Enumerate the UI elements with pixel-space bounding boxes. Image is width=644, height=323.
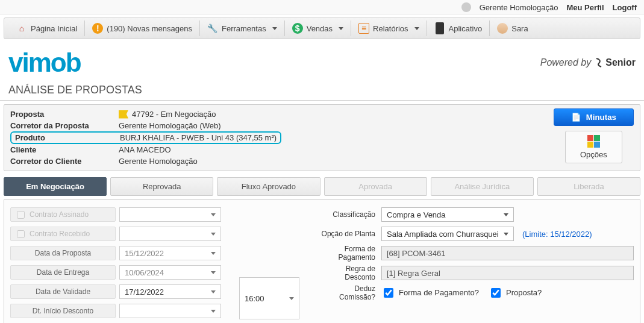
chevron-down-icon xyxy=(414,27,419,30)
minutas-label: Minutas xyxy=(586,113,616,122)
opcao-planta-select[interactable]: Sala Ampliada com Churrasquei xyxy=(381,227,514,241)
chevron-down-icon xyxy=(211,310,216,313)
alert-icon: ! xyxy=(92,23,103,34)
powered-brand: Senior xyxy=(595,57,636,68)
regra-desconto-value: [1] Regra Geral xyxy=(381,266,634,280)
menu-sara-label: Sara xyxy=(511,24,528,33)
logoff-link[interactable]: Logoff xyxy=(613,3,637,12)
page-title: ANÁLISE DE PROPOSTAS xyxy=(0,84,644,101)
menu-reports-label: Relatórios xyxy=(373,24,408,33)
logo: vimob xyxy=(8,48,81,78)
info-row-corretor-cliente: Corretor do Cliente Gerente Homologação xyxy=(10,155,548,167)
chevron-down-icon xyxy=(504,233,508,236)
tab-reprovada[interactable]: Reprovada xyxy=(110,177,213,196)
menu-home[interactable]: ⌂ Página Inicial xyxy=(9,20,85,36)
chk-forma-pagamento[interactable]: Forma de Pagamento? xyxy=(381,286,479,299)
powered-label: Powered by xyxy=(540,57,592,68)
info-left: Proposta 47792 - Em Negociação Corretor … xyxy=(10,108,548,167)
status-tabs: Em Negociação Reprovada Fluxo Aprovado A… xyxy=(4,177,640,196)
row-data-validade: Data de Validade 17/12/2022 xyxy=(10,283,221,300)
phone-icon xyxy=(434,23,445,34)
row-data-proposta: Data da Proposta 15/12/2022 xyxy=(10,245,221,262)
corretor-cliente-label: Corretor do Cliente xyxy=(10,157,119,166)
document-icon: 📄 xyxy=(571,113,581,122)
regra-desconto-label: Regra de Desconto xyxy=(317,265,378,282)
row-data-entrega: Data de Entrega 10/06/2024 xyxy=(10,264,221,281)
tab-liberada: Liberada xyxy=(537,177,640,196)
chevron-down-icon xyxy=(211,213,216,216)
chk-proposta[interactable]: Proposta? xyxy=(489,286,542,299)
powered-by: Powered by Senior xyxy=(540,57,636,68)
opcoes-button[interactable]: Opções xyxy=(565,131,622,163)
contrato-recebido-checkbox xyxy=(17,230,25,238)
data-proposta-label: Data da Proposta xyxy=(10,246,116,260)
data-validade-input[interactable]: 17/12/2022 xyxy=(119,284,221,299)
chevron-down-icon xyxy=(211,233,216,236)
dt-inicio-label: Dt. Início Desconto xyxy=(10,304,116,318)
chk-forma-input[interactable] xyxy=(384,288,393,298)
contrato-assinado-checkbox xyxy=(17,211,25,219)
info-block: Proposta 47792 - Em Negociação Corretor … xyxy=(4,104,640,171)
row-contrato-assinado: Contrato Assinado xyxy=(10,206,221,223)
tab-fluxo[interactable]: Fluxo Aprovado xyxy=(217,177,320,196)
menu-sara[interactable]: Sara xyxy=(490,20,535,36)
menu-app[interactable]: Aplicativo xyxy=(427,20,490,36)
tab-aprovada: Aprovada xyxy=(324,177,427,196)
deduz-label: Deduz Comissão? xyxy=(317,284,378,302)
avatar-icon xyxy=(497,23,508,34)
menu-tools-label: Ferramentas xyxy=(222,24,266,33)
contrato-recebido-label: Contrato Recebido xyxy=(30,230,90,238)
menu-reports[interactable]: ≡ Relatórios xyxy=(351,20,427,36)
forma-pagamento-value: [68] PCOM-3461 xyxy=(381,246,634,260)
produto-label: Produto xyxy=(15,133,120,142)
topbar-user-name: Gerente Homologação xyxy=(480,3,558,12)
info-row-cliente: Cliente ANA MACEDO xyxy=(10,144,548,155)
info-right: 📄 Minutas Opções xyxy=(548,108,634,167)
wrench-icon: 🔧 xyxy=(207,23,218,34)
forma-pagamento-label: Forma de Pagamento xyxy=(317,245,378,262)
dt-inicio-input[interactable] xyxy=(119,304,221,318)
chk-proposta-input[interactable] xyxy=(491,288,501,298)
proposta-value: 47792 - Em Negociação xyxy=(132,110,216,119)
user-icon xyxy=(461,2,471,12)
data-entrega-input[interactable]: 10/06/2024 xyxy=(119,265,221,280)
corretor-proposta-value: Gerente Homologação (Web) xyxy=(119,121,221,130)
opcao-planta-label: Opção de Planta xyxy=(317,230,378,238)
chevron-down-icon xyxy=(504,213,508,216)
flag-icon xyxy=(119,110,128,119)
chevron-down-icon xyxy=(211,290,216,293)
report-icon: ≡ xyxy=(358,23,369,34)
chevron-down-icon xyxy=(289,297,294,300)
cliente-label: Cliente xyxy=(10,145,119,154)
contrato-recebido-date xyxy=(119,227,221,241)
menu-messages[interactable]: ! (190) Novas mensagens xyxy=(85,20,200,36)
row-forma-pagamento: Forma de Pagamento [68] PCOM-3461 xyxy=(317,245,634,262)
topbar: Gerente Homologação Meu Perfil Logoff xyxy=(0,0,644,15)
classificacao-select[interactable]: Compra e Venda xyxy=(381,207,514,222)
row-contrato-recebido: Contrato Recebido xyxy=(10,225,221,242)
tab-negociacao[interactable]: Em Negociação xyxy=(4,177,107,196)
dollar-icon: $ xyxy=(292,23,303,34)
row-opcao-planta: Opção de Planta Sala Ampliada com Churra… xyxy=(317,225,634,242)
data-proposta-input[interactable]: 15/12/2022 xyxy=(119,246,221,260)
senior-logo-icon xyxy=(595,57,603,68)
profile-link[interactable]: Meu Perfil xyxy=(566,3,604,12)
menu-tools[interactable]: 🔧 Ferramentas xyxy=(200,20,285,36)
menu-sales[interactable]: $ Vendas xyxy=(285,20,351,36)
tab-juridica: Análise Jurídica xyxy=(431,177,534,196)
contrato-assinado-date xyxy=(119,207,221,222)
chevron-down-icon xyxy=(211,252,216,255)
form-panel: Contrato Assinado Contrato Recebido Data… xyxy=(4,199,640,323)
minutas-button[interactable]: 📄 Minutas xyxy=(554,108,634,126)
info-row-produto: Produto BURJ KHALIFA - PWEB - Uni 43 (34… xyxy=(10,131,281,144)
cliente-value: ANA MACEDO xyxy=(119,145,171,154)
limite-link[interactable]: (Limite: 15/12/2022) xyxy=(522,230,592,239)
row-regra-desconto: Regra de Desconto [1] Regra Geral xyxy=(317,265,634,282)
menu-sales-label: Vendas xyxy=(307,24,333,33)
header-row: vimob Powered by Senior xyxy=(0,42,644,84)
hora-validade-input[interactable]: 16:00 xyxy=(239,277,299,319)
info-row-proposta: Proposta 47792 - Em Negociação xyxy=(10,108,548,120)
row-classificacao: Classificação Compra e Venda xyxy=(317,206,634,223)
produto-value: BURJ KHALIFA - PWEB - Uni 43 (347,55 m²) xyxy=(120,133,277,142)
menu-home-label: Página Inicial xyxy=(31,24,77,33)
